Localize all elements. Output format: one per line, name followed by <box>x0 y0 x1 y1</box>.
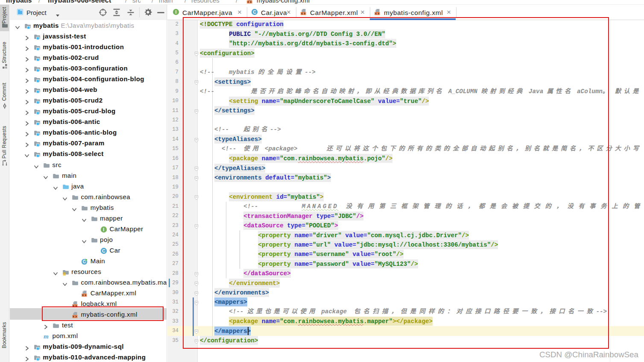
svg-text:C: C <box>102 248 105 253</box>
svg-text:I: I <box>103 227 104 232</box>
svg-text:C: C <box>253 9 256 15</box>
svg-text:m: m <box>44 333 49 340</box>
svg-text:I: I <box>176 9 177 15</box>
